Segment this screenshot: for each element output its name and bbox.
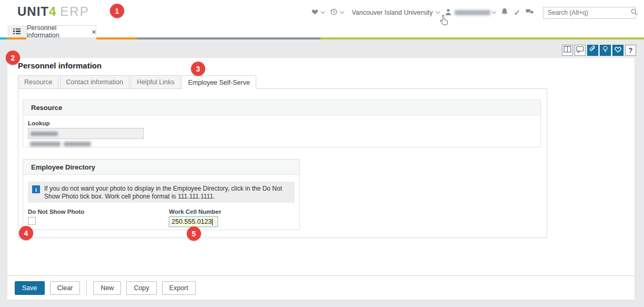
work-cell-number-label: Work Cell Number — [169, 209, 221, 215]
heart-icon — [613, 45, 622, 56]
organization-name: Vancouver Island University — [351, 9, 432, 16]
work-cell-number-value: 250.555.0123 — [172, 218, 212, 225]
page-title: Personnel information — [18, 61, 102, 70]
check-icon: ✓ — [514, 8, 520, 17]
section-tabs: Resource Contact information Helpful Lin… — [18, 75, 256, 90]
document-tab-bar: Personnel information × — [0, 25, 644, 37]
chat-icon — [525, 8, 534, 18]
chevron-down-icon — [321, 9, 325, 14]
annotation-badge-4: 4 — [19, 226, 33, 240]
favorite-button[interactable] — [612, 45, 623, 56]
resource-section: Resource Lookup — [23, 100, 541, 147]
tab-employee-self-serve[interactable]: Employee Self-Serve — [182, 75, 256, 90]
doc-tab-label: Personnel information — [27, 24, 87, 39]
user-menu[interactable] — [444, 8, 496, 18]
work-cell-number-input[interactable]: 250.555.0123 — [169, 216, 218, 227]
redacted-text — [30, 142, 61, 146]
employee-directory-title: Employee Directory — [23, 160, 299, 175]
stripe-gray-segment — [137, 37, 320, 39]
heart-icon — [310, 7, 319, 18]
tab-helpful-links[interactable]: Helpful Links — [130, 75, 181, 89]
bell-icon — [500, 7, 509, 18]
logo-four: 4 — [49, 4, 56, 18]
favorites-menu-button[interactable] — [310, 7, 325, 18]
chevron-down-icon — [492, 9, 496, 14]
paperclip-icon — [588, 45, 597, 56]
comments-button[interactable] — [575, 45, 586, 56]
chevron-down-icon — [436, 9, 440, 14]
stripe-green-segment — [320, 37, 644, 39]
mouse-cursor-hand — [440, 14, 450, 27]
tasks-button[interactable]: ✓ — [514, 8, 520, 17]
messages-button[interactable] — [525, 8, 534, 18]
search-icon[interactable] — [630, 8, 638, 18]
logo-erp: ERP — [60, 4, 89, 18]
action-toolbar: Save Clear New Copy Export — [7, 275, 635, 300]
split-view-button[interactable] — [562, 45, 573, 56]
lookup-input[interactable] — [28, 128, 144, 139]
lightbulb-icon — [601, 45, 610, 56]
save-button[interactable]: Save — [15, 281, 45, 295]
attachments-button[interactable] — [587, 45, 598, 56]
menu-tab-button[interactable] — [7, 25, 26, 37]
accent-stripe — [0, 37, 644, 39]
clear-button[interactable]: Clear — [50, 281, 80, 295]
stripe-orange-segment — [96, 37, 137, 39]
info-message-text: If you do not want your photo to display… — [44, 184, 290, 201]
main-content-panel: Personnel information Resource Contact i… — [7, 58, 635, 300]
tips-button[interactable] — [600, 45, 611, 56]
employee-directory-section: Employee Directory i If you do not want … — [23, 159, 300, 230]
do-not-show-photo-checkbox[interactable] — [28, 217, 36, 225]
employee-self-serve-panel: Resource Lookup Employee Directory i If … — [18, 88, 547, 238]
export-button[interactable]: Export — [162, 281, 196, 295]
notifications-button[interactable] — [500, 7, 509, 18]
history-icon — [329, 7, 338, 18]
lookup-value-redacted — [31, 132, 58, 136]
info-icon: i — [32, 185, 40, 193]
tab-personnel-information[interactable]: Personnel information × — [26, 25, 96, 37]
text-caret — [212, 219, 213, 225]
redacted-text — [64, 142, 91, 146]
question-mark-icon: ? — [629, 46, 633, 54]
logo-unit: UNIT — [17, 4, 49, 18]
split-view-icon — [563, 45, 572, 56]
annotation-badge-3: 3 — [191, 62, 205, 76]
toolbar-divider — [86, 280, 87, 296]
stripe-orange-segment — [7, 37, 26, 39]
recent-history-button[interactable] — [329, 7, 344, 18]
resource-name-redacted — [30, 142, 540, 146]
organization-selector[interactable]: Vancouver Island University — [348, 9, 439, 16]
app-header: UNIT4ERP Vancouver Island University — [0, 0, 644, 25]
window-icon-toolbar: ? — [562, 45, 636, 56]
do-not-show-photo-label: Do Not Show Photo — [28, 209, 169, 215]
copy-button[interactable]: Copy — [126, 281, 156, 295]
help-button[interactable]: ? — [625, 45, 636, 56]
resource-section-title: Resource — [23, 100, 540, 115]
annotation-badge-2: 2 — [6, 51, 20, 65]
unit4-erp-logo: UNIT4ERP — [17, 4, 89, 19]
user-name-redacted — [455, 10, 490, 15]
annotation-badge-1: 1 — [110, 4, 124, 18]
chevron-down-icon — [340, 9, 344, 14]
stripe-cyan-segment — [0, 37, 7, 39]
info-message: i If you do not want your photo to displ… — [28, 182, 295, 203]
search-input[interactable] — [547, 8, 630, 17]
lookup-label: Lookup — [28, 120, 540, 126]
tab-contact-information[interactable]: Contact information — [60, 75, 129, 89]
annotation-badge-5: 5 — [187, 226, 201, 241]
global-search — [543, 7, 636, 19]
new-button[interactable]: New — [93, 281, 121, 295]
menu-list-icon — [13, 28, 21, 35]
tab-resource[interactable]: Resource — [18, 75, 59, 89]
close-icon[interactable]: × — [92, 28, 96, 35]
comment-bubble-icon — [576, 45, 585, 56]
